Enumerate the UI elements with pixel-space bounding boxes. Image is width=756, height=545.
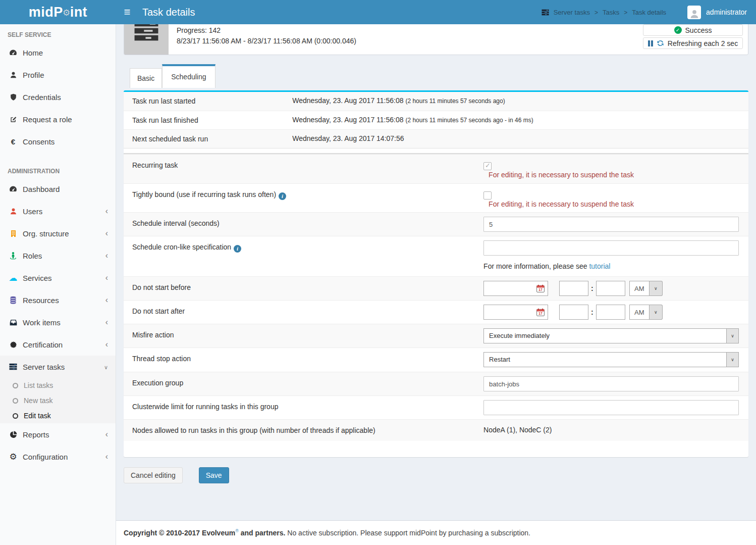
sidebar-item-roles[interactable]: Roles [0, 244, 116, 267]
chevron-left-icon [105, 229, 108, 237]
avatar [687, 6, 701, 19]
sidebar-item-services[interactable]: Services [0, 267, 116, 289]
cloud-icon [8, 273, 19, 283]
ampm-before-select[interactable]: AM [629, 281, 663, 296]
calendar-icon[interactable] [536, 308, 545, 317]
building-icon [8, 230, 19, 237]
misfire-action-row: Misfire action Execute immediately [124, 324, 748, 348]
scheduling-form: Task run last started Wednesday, 23. Aug… [124, 90, 748, 457]
info-icon[interactable] [279, 192, 286, 200]
circle-icon [13, 398, 18, 404]
task-progress: Progress: 142 [177, 25, 356, 36]
breadcrumb: Server tasks Tasks Task details [542, 9, 666, 16]
subscription-text: No active subscription. Please support m… [287, 529, 530, 537]
save-button[interactable]: Save [199, 467, 229, 483]
street-view-icon [8, 252, 19, 260]
sidebar-subitem-list-tasks[interactable]: List tasks [0, 378, 116, 393]
page-title: Task details [142, 7, 195, 18]
sidebar-item-configuration[interactable]: Configuration [0, 445, 116, 468]
minutes-before-input[interactable] [596, 281, 625, 296]
tab-scheduling[interactable]: Scheduling [162, 64, 215, 88]
cancel-editing-button[interactable]: Cancel editing [124, 467, 183, 483]
suspend-warning: For editing, it is necessary to suspend … [489, 171, 739, 179]
chevron-down-icon[interactable] [650, 281, 663, 296]
sidebar-item-dashboard[interactable]: Dashboard [0, 178, 116, 200]
row-label: Nodes allowed to run tasks in this group… [124, 420, 483, 441]
pie-chart-icon [8, 431, 19, 438]
misfire-action-select[interactable]: Execute immediately [483, 328, 739, 343]
sidebar-item-profile[interactable]: Profile [0, 64, 116, 86]
sidebar-subitem-new-task[interactable]: New task [0, 393, 116, 408]
sidebar-item-work-items[interactable]: Work items [0, 311, 116, 333]
shield-icon [8, 93, 19, 101]
sidebar-item-consents[interactable]: Consents [0, 130, 116, 153]
sidebar-subitem-edit-task[interactable]: Edit task [0, 408, 116, 423]
recurring-task-checkbox[interactable] [483, 162, 492, 170]
date-before-input[interactable] [483, 281, 548, 296]
breadcrumb-separator [595, 9, 598, 16]
inbox-icon [8, 319, 19, 326]
chevron-left-icon [105, 274, 108, 282]
tab-basic[interactable]: Basic [130, 68, 162, 88]
chevron-left-icon [105, 340, 108, 349]
cluster-limit-input[interactable] [483, 400, 739, 415]
logo-text-prefix: midP [29, 5, 63, 20]
execution-group-row: Execution group [124, 372, 748, 395]
sidebar-item-certification[interactable]: Certification [0, 333, 116, 356]
sidebar-item-resources[interactable]: Resources [0, 289, 116, 311]
breadcrumb-server-tasks[interactable]: Server tasks [554, 9, 590, 16]
task-timespan: 8/23/17 11:56:08 AM - 8/23/17 11:56:08 A… [177, 36, 356, 46]
database-icon [8, 296, 19, 304]
form-actions: Cancel editing Save [124, 467, 748, 483]
check-circle-icon [674, 26, 682, 34]
date-after-input[interactable] [483, 305, 548, 320]
hours-before-input[interactable] [559, 281, 588, 296]
row-label: Do not start after [124, 301, 483, 324]
minutes-after-input[interactable] [596, 305, 625, 320]
sidebar-item-users[interactable]: Users [0, 200, 116, 222]
hours-after-input[interactable] [559, 305, 588, 320]
sidebar-toggle-icon[interactable] [116, 0, 138, 24]
refresh-toggle-badge[interactable]: Refreshing each 2 sec [643, 37, 743, 49]
row-label: Next scheduled task run [124, 130, 292, 148]
execution-group-input[interactable] [483, 376, 739, 391]
row-label: Task run last started [124, 92, 292, 111]
table-row: Task run last finished Wednesday, 23. Au… [124, 111, 748, 129]
row-label: Misfire action [124, 324, 483, 348]
evolveum-link[interactable]: Evolveum® [202, 529, 239, 537]
midpoint-logo[interactable]: midPint [0, 0, 116, 24]
euro-icon [8, 137, 19, 146]
user-menu[interactable]: administrator [687, 6, 747, 19]
tasks-icon [542, 9, 549, 16]
calendar-icon[interactable] [536, 284, 545, 293]
sidebar-item-server-tasks[interactable]: Server tasks [0, 356, 116, 378]
sidebar-item-home[interactable]: Home [0, 41, 116, 64]
recurring-task-row: Recurring task For editing, it is necess… [124, 154, 748, 183]
schedule-interval-input[interactable] [483, 217, 739, 232]
sidebar-item-reports[interactable]: Reports [0, 423, 116, 445]
cron-specification-input[interactable] [483, 240, 739, 256]
refresh-icon [657, 39, 664, 47]
sidebar-item-org-structure[interactable]: Org. structure [0, 222, 116, 244]
chevron-left-icon [105, 318, 108, 326]
tightly-bound-row: Tightly bound (use if recurring task run… [124, 183, 748, 212]
chevron-down-icon[interactable] [650, 305, 663, 320]
tightly-bound-checkbox[interactable] [483, 191, 492, 200]
row-value: Wednesday, 23. Aug 2017 11:56:08 (2 hour… [292, 111, 748, 129]
table-divider [124, 148, 748, 154]
logo-text-suffix: int [70, 5, 88, 20]
row-label: Task run last finished [124, 111, 292, 129]
chevron-left-icon [105, 207, 108, 215]
thread-stop-action-select[interactable]: Restart [483, 352, 739, 367]
do-not-start-after-row: Do not start after AM [124, 300, 748, 324]
copyright-text: Copyright © 2010-2017 [124, 529, 200, 537]
sidebar-item-credentials[interactable]: Credentials [0, 86, 116, 108]
tasks-icon [8, 363, 19, 371]
tutorial-link[interactable]: tutorial [589, 262, 610, 270]
ampm-after-select[interactable]: AM [629, 305, 663, 320]
row-label: Execution group [124, 372, 483, 395]
info-icon[interactable] [234, 245, 241, 253]
sidebar-item-request-a-role[interactable]: Request a role [0, 108, 116, 130]
breadcrumb-tasks[interactable]: Tasks [603, 9, 619, 16]
chevron-left-icon [105, 453, 108, 461]
